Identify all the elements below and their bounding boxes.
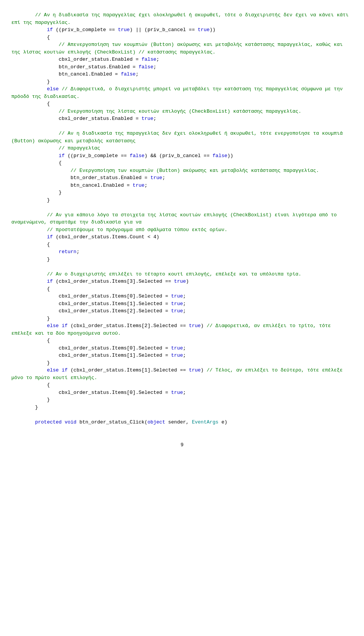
keyword-token: false xyxy=(130,153,144,159)
keyword-token: true xyxy=(141,116,153,121)
plain-token: (cbxl_order_status.Items[2].Selected == xyxy=(67,323,189,329)
code-line: cbxl_order_status.Items[0].Selected = tr… xyxy=(11,345,353,352)
plain-token: ; xyxy=(153,116,156,121)
plain-token: sender, xyxy=(165,419,192,425)
code-line: cbxl_order_status.Enabled = false; xyxy=(11,56,353,63)
code-line: } xyxy=(11,404,353,411)
plain-token: } xyxy=(35,405,38,410)
plain-token: { xyxy=(47,382,50,388)
plain-token: } xyxy=(47,316,50,321)
plain-token: cbxl_order_status.Enabled = xyxy=(59,116,141,121)
code-line xyxy=(11,263,353,271)
keyword-token: else xyxy=(47,86,59,92)
plain-token: ; xyxy=(183,353,186,358)
plain-token: ) xyxy=(201,323,207,329)
code-line: cbxl_order_status.Items[0].Selected = tr… xyxy=(11,389,353,397)
code-line: btn_cancel.Enabled = false; xyxy=(11,71,353,78)
plain-token: ; xyxy=(77,249,80,255)
keyword-token: else xyxy=(47,323,59,329)
code-line: // Αν η διαδικασία της παραγγελίας δεν έ… xyxy=(11,130,353,145)
comment-token: // Αν ο διαχειριστής επιλέξει το τέταρτο… xyxy=(47,271,301,277)
comment-token: // Απενεργοποίηση των κουμπιών (Button) … xyxy=(11,42,346,55)
code-line: if ((priv_b_complete == false) && (priv_… xyxy=(11,152,353,160)
code-line: // Απενεργοποίηση των κουμπιών (Button) … xyxy=(11,41,353,56)
code-line: // Αν η διαδικασία της παραγγελίας έχει … xyxy=(11,11,353,26)
code-line: // προστατέψουμε το πρόγραμμα από σφάλμα… xyxy=(11,226,353,234)
plain-token: ; xyxy=(183,345,186,351)
keyword-token: true xyxy=(171,301,183,307)
code-line: } xyxy=(11,197,353,204)
plain-token: (cbxl_order_status.Items[1].Selected == xyxy=(67,367,189,373)
plain-token: btn_order_status.Enabled = xyxy=(59,64,139,70)
code-line: return; xyxy=(11,248,353,256)
plain-token: ; xyxy=(183,390,186,395)
code-line: cbxl_order_status.Items[1].Selected = tr… xyxy=(11,352,353,359)
plain-token: ; xyxy=(183,308,186,314)
code-container: // Αν η διαδικασία της παραγγελίας έχει … xyxy=(11,8,353,430)
plain-token: cbxl_order_status.Items[0].Selected = xyxy=(59,293,171,299)
code-line xyxy=(11,123,353,130)
code-line: { xyxy=(11,337,353,345)
code-line: cbxl_order_status.Enabled = true; xyxy=(11,115,353,123)
code-line: if (cbxl_order_status.Items[3].Selected … xyxy=(11,278,353,285)
keyword-token: true xyxy=(171,390,183,395)
type-token: EventArgs xyxy=(192,419,218,425)
keyword-token: else xyxy=(47,367,59,373)
plain-token: ; xyxy=(162,175,165,181)
code-line: // παραγγελίας xyxy=(11,145,353,152)
keyword-token: true xyxy=(171,345,183,351)
comment-token: // Ενεργοποίηση της λίστας κουτιών επιλο… xyxy=(59,109,301,114)
plain-token: cbxl_order_status.Items[0].Selected = xyxy=(59,390,171,395)
plain-token: )) xyxy=(210,27,216,33)
code-line xyxy=(11,204,353,211)
plain-token: e) xyxy=(218,419,227,425)
plain-token: cbxl_order_status.Items[0].Selected = xyxy=(59,345,171,351)
code-line: { xyxy=(11,241,353,249)
code-line: { xyxy=(11,34,353,41)
keyword-token: true xyxy=(189,367,201,373)
plain-token: cbxl_order_status.Items[1].Selected = xyxy=(59,301,171,307)
plain-token: ((priv_b_complete == xyxy=(64,153,130,159)
code-block: // Αν η διαδικασία της παραγγελίας έχει … xyxy=(11,11,353,426)
comment-token: // προστατέψουμε το πρόγραμμα από σφάλμα… xyxy=(47,227,228,233)
keyword-token: void xyxy=(64,419,76,425)
keyword-token: true xyxy=(171,308,183,314)
code-line: } xyxy=(11,396,353,404)
code-line: // Ενεργοποίηση των κουμπιών (Button) ακ… xyxy=(11,167,353,175)
code-line: cbxl_order_status.Items[0].Selected = tr… xyxy=(11,293,353,300)
plain-token: { xyxy=(47,101,50,107)
plain-token: ; xyxy=(144,183,147,188)
plain-token: } xyxy=(47,397,50,403)
code-line: else // Διαφορετικά, ο διαχειριστής μπορ… xyxy=(11,85,353,100)
plain-token: ((priv_b_complete == xyxy=(53,27,118,33)
plain-token xyxy=(59,367,62,373)
plain-token: btn_order_status.Enabled = xyxy=(71,175,151,181)
plain-token: } xyxy=(59,190,62,195)
keyword-token: if xyxy=(62,367,68,373)
keyword-token: protected xyxy=(35,419,61,425)
keyword-token: if xyxy=(62,323,68,329)
plain-token: )) xyxy=(228,153,234,159)
code-line: else if (cbxl_order_status.Items[2].Sele… xyxy=(11,322,353,337)
plain-token: ; xyxy=(156,57,159,62)
plain-token: } xyxy=(47,79,50,85)
code-line: } xyxy=(11,315,353,323)
code-line: btn_order_status.Enabled = true; xyxy=(11,174,353,182)
keyword-token: true xyxy=(171,353,183,358)
keyword-token: false xyxy=(121,71,136,77)
keyword-token: true xyxy=(133,183,144,188)
plain-token: { xyxy=(59,160,62,166)
plain-token: } xyxy=(47,360,50,366)
code-line: if (cbxl_order_status.Items.Count < 4) xyxy=(11,233,353,241)
comment-token: // Αν η διαδικασία της παραγγελίας δεν έ… xyxy=(11,131,346,144)
code-line: protected void btn_order_status_Click(ob… xyxy=(11,419,353,426)
plain-token: } xyxy=(47,197,50,203)
plain-token: ) xyxy=(186,279,189,284)
code-line: } xyxy=(11,256,353,263)
plain-token xyxy=(59,323,62,329)
code-line: else if (cbxl_order_status.Items[1].Sele… xyxy=(11,367,353,381)
code-line: cbxl_order_status.Items[1].Selected = tr… xyxy=(11,300,353,308)
code-line: { xyxy=(11,381,353,389)
plain-token: cbxl_order_status.Items[1].Selected = xyxy=(59,353,171,358)
keyword-token: false xyxy=(213,153,228,159)
